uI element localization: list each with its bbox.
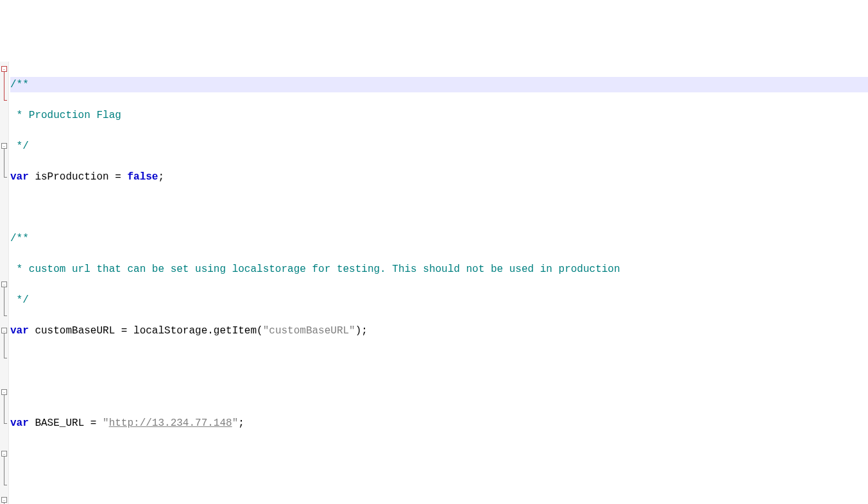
fold-end-icon [4,100,7,101]
code-editor: - - - - - - - /** * Production Flag */ v… [0,62,868,504]
fold-toggle-icon[interactable]: - [1,451,7,457]
code-line [10,200,868,215]
fold-end-icon [4,423,7,424]
code-line [10,354,868,369]
code-line: var customBaseURL = localStorage.getItem… [10,323,868,339]
fold-end-icon [4,315,7,316]
boolean-literal: false [127,171,158,183]
fold-guide-line [4,395,4,423]
code-text: isProduction = [29,171,128,183]
code-line: */ [10,292,868,308]
fold-guide-line [4,457,4,485]
string-literal: " [232,417,239,429]
string-literal: " [103,417,109,429]
code-line [10,385,868,400]
fold-toggle-icon[interactable]: - [1,143,7,149]
fold-guide-line [4,287,4,315]
fold-guide-line [4,149,4,177]
code-line: * Production Flag [10,108,868,123]
comment-text: * Production Flag [10,110,121,121]
code-line [10,477,868,492]
fold-toggle-icon[interactable]: - [1,328,7,333]
code-line: */ [10,139,868,154]
fold-guide-line [4,72,4,100]
code-line: * custom url that can be set using local… [10,262,868,277]
code-line: var isProduction = false; [10,169,868,185]
fold-toggle-icon[interactable]: - [1,389,7,395]
fold-end-icon [4,485,7,485]
fold-gutter: - - - - - - - [0,62,9,504]
url-string: http://13.234.77.148 [109,417,232,429]
comment-text: * custom url that can be set using local… [10,264,620,275]
code-line: /** [10,231,868,246]
code-line: var BASE_URL = "http://13.234.77.148"; [10,416,868,431]
fold-toggle-icon[interactable]: - [1,281,7,287]
string-literal: "customBaseURL" [263,325,355,337]
code-line: /** [10,77,868,92]
code-text: ; [238,417,244,429]
code-text: ; [158,171,164,183]
code-text: customBaseURL = localStorage.getItem( [29,325,263,337]
fold-toggle-icon[interactable]: - [1,66,7,72]
fold-end-icon [4,358,7,358]
code-text: BASE_URL = [29,417,103,429]
fold-end-icon [4,177,7,178]
code-text: ); [355,325,368,337]
code-area[interactable]: /** * Production Flag */ var isProductio… [9,62,868,504]
code-line [10,446,868,462]
fold-guide-line [4,333,4,358]
fold-toggle-icon[interactable]: - [1,497,7,503]
